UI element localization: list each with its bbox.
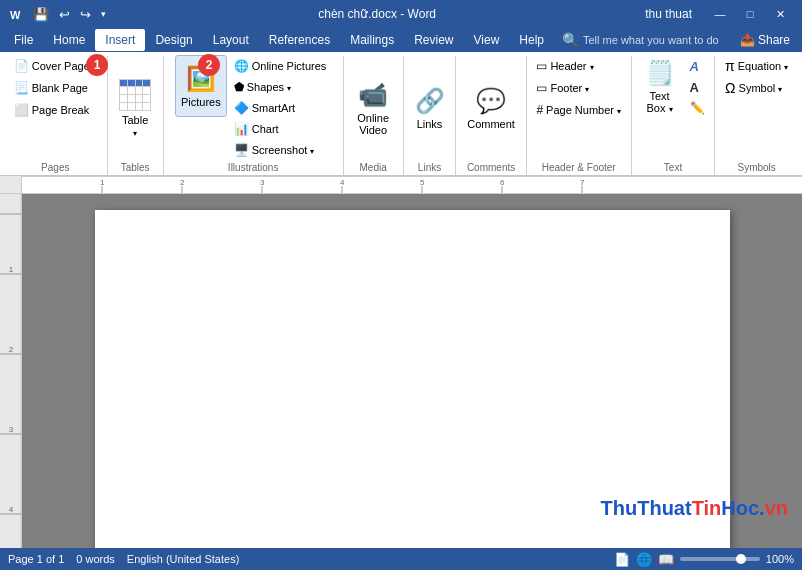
symbol-icon: Ω [725,80,735,96]
zoom-slider[interactable] [680,557,760,561]
wordart-button[interactable]: A [686,56,709,76]
svg-text:1: 1 [9,265,14,274]
page-break-icon: ⬜ [14,103,29,117]
page-break-button[interactable]: ⬜ Page Break [10,100,93,120]
search-label: Tell me what you want to do [583,34,719,46]
menu-insert[interactable]: Insert [95,29,145,51]
document-title: chèn chữ.docx - Word [318,7,436,21]
symbol-label: Symbol ▾ [739,82,783,94]
watermark-vn: vn [765,497,788,519]
table-icon [119,79,151,111]
chart-button[interactable]: 📊 Chart [230,119,331,139]
page-number-button[interactable]: # Page Number ▾ [532,100,625,120]
links-group-content: 🔗 Links [410,56,450,160]
text-small-buttons: A A ✏️ [686,56,709,118]
dropcap-button[interactable]: A [686,77,709,97]
minimize-button[interactable]: — [706,3,734,25]
title-bar-title: chèn chữ.docx - Word [109,7,645,21]
menu-home[interactable]: Home [43,29,95,51]
smartart-button[interactable]: 🔷 SmartArt [230,98,331,118]
step1-badge: 1 [86,54,108,76]
ruler-corner [0,176,22,194]
ribbon-group-comments: 💬 Comment Comments [456,56,526,175]
blank-page-icon: 📃 [14,81,29,95]
menu-layout[interactable]: Layout [203,29,259,51]
table-button[interactable]: Table ▾ [114,76,157,141]
redo-qa-button[interactable]: ↪ [77,5,94,24]
title-bar-left: W 💾 ↩ ↪ ▾ [8,5,109,24]
dropcap-icon: A [690,80,699,95]
view-read-icon[interactable]: 📖 [658,552,674,567]
title-bar: W 💾 ↩ ↪ ▾ chèn chữ.docx - Word thu thuat… [0,0,802,28]
blank-page-button[interactable]: 📃 Blank Page [10,78,92,98]
links-icon: 🔗 [415,87,445,115]
view-print-icon[interactable]: 📄 [614,552,630,567]
media-group-content: 📹 OnlineVideo [352,56,394,160]
screenshot-button[interactable]: 🖥️ Screenshot ▾ [230,140,331,160]
links-label: Links [417,118,443,130]
headerfooter-group-content: ▭ Header ▾ ▭ Footer ▾ # Page Number ▾ [532,56,625,160]
online-video-icon: 📹 [358,81,388,109]
status-left: Page 1 of 1 0 words English (United Stat… [8,553,239,565]
footer-label: Footer ▾ [550,82,589,94]
ruler-area: 1 2 3 4 5 6 7 [0,176,802,194]
word-count-label: 0 words [76,553,115,565]
footer-button[interactable]: ▭ Footer ▾ [532,78,593,98]
text-group-label: Text [638,162,709,175]
ribbon-group-links: 🔗 Links Links [404,56,457,175]
links-button[interactable]: 🔗 Links [410,78,450,138]
svg-text:2: 2 [180,178,185,187]
watermark-hoc: Hoc [721,497,759,519]
comment-button[interactable]: 💬 Comment [462,78,520,138]
svg-text:4: 4 [340,178,345,187]
share-button[interactable]: 📤 Share [740,33,798,47]
ribbon-group-illustrations: 🖼️ Pictures 🌐 Online Pictures ⬟ Shapes ▾ [164,56,344,175]
undo-qa-button[interactable]: ↩ [56,5,73,24]
watermark-thu: Thu [601,497,638,519]
symbols-group-label: Symbols [721,162,792,175]
pages-group-label: Pages [10,162,101,175]
watermark: ThuThuatTinHoc.vn [601,497,788,520]
blank-page-label: Blank Page [32,82,88,94]
online-pictures-icon: 🌐 [234,59,249,73]
vruler-svg: 1 2 3 4 [0,194,22,548]
menu-design[interactable]: Design [145,29,202,51]
close-button[interactable]: ✕ [766,3,794,25]
svg-rect-3 [22,176,802,177]
text-group-content: 🗒️ TextBox ▾ A A ✏️ [638,56,709,160]
svg-text:7: 7 [580,178,585,187]
smartart-icon: 🔷 [234,101,249,115]
menu-review[interactable]: Review [404,29,463,51]
menu-view[interactable]: View [464,29,510,51]
menu-file[interactable]: File [4,29,43,51]
illustrations-small-buttons: 🌐 Online Pictures ⬟ Shapes ▾ 🔷 SmartArt [230,56,331,160]
menu-mailings[interactable]: Mailings [340,29,404,51]
menu-bar: File Home Insert Design Layout Reference… [0,28,802,52]
status-right: 📄 🌐 📖 100% [614,552,794,567]
online-video-button[interactable]: 📹 OnlineVideo [352,78,394,139]
headerfooter-group-label: Header & Footer [533,162,625,175]
equation-button[interactable]: π Equation ▾ [721,56,792,76]
shapes-button[interactable]: ⬟ Shapes ▾ [230,77,331,97]
window-controls: — □ ✕ [706,3,794,25]
online-pictures-button[interactable]: 🌐 Online Pictures [230,56,331,76]
menu-references[interactable]: References [259,29,340,51]
comments-group-label: Comments [462,162,519,175]
save-qa-button[interactable]: 💾 [30,5,52,24]
document-scroll[interactable] [22,194,802,548]
symbols-group-content: π Equation ▾ Ω Symbol ▾ [721,56,792,160]
header-button[interactable]: ▭ Header ▾ [532,56,597,76]
page-number-label: Page Number ▾ [546,104,621,116]
screenshot-icon: 🖥️ [234,143,249,157]
zoom-thumb [736,554,746,564]
menu-help[interactable]: Help [509,29,554,51]
view-web-icon[interactable]: 🌐 [636,552,652,567]
shapes-label: Shapes ▾ [247,81,291,93]
symbol-button[interactable]: Ω Symbol ▾ [721,78,786,98]
horizontal-ruler: 1 2 3 4 5 6 7 [22,176,802,194]
textbox-button[interactable]: 🗒️ TextBox ▾ [638,56,682,117]
header-label: Header ▾ [550,60,593,72]
signature-button[interactable]: ✏️ [686,98,709,118]
restore-button[interactable]: □ [736,3,764,25]
customize-qa-button[interactable]: ▾ [98,7,109,21]
